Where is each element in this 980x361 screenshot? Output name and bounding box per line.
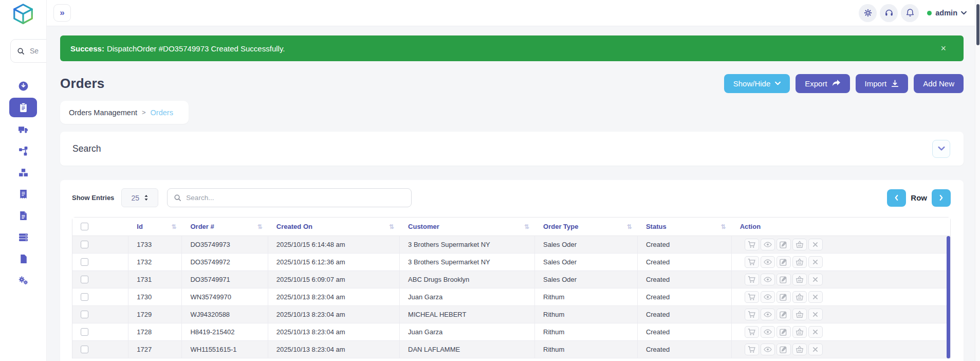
delete-button[interactable] xyxy=(808,344,823,355)
edit-icon xyxy=(780,258,787,266)
edit-button[interactable] xyxy=(776,326,791,338)
basket-button[interactable] xyxy=(792,274,807,285)
edit-button[interactable] xyxy=(776,344,791,355)
settings-button[interactable] xyxy=(859,4,877,22)
basket-button[interactable] xyxy=(792,344,807,355)
prev-row-button[interactable] xyxy=(887,189,906,207)
edit-button[interactable] xyxy=(776,309,791,320)
cell-order-type: Sales Oder xyxy=(535,236,638,253)
sort-icon[interactable]: ⇅ xyxy=(257,223,263,230)
sidebar-item-receipts[interactable] xyxy=(9,183,38,205)
header-id[interactable]: Id⇅ xyxy=(128,218,182,236)
entries-select[interactable]: 25 xyxy=(121,188,158,207)
sidebar-item-download-circle[interactable] xyxy=(9,75,38,97)
delete-button[interactable] xyxy=(808,326,823,338)
edit-button[interactable] xyxy=(776,274,791,285)
cart-icon xyxy=(748,346,756,353)
row-checkbox[interactable] xyxy=(81,241,88,248)
sidebar-item-data[interactable] xyxy=(9,226,38,248)
view-button[interactable] xyxy=(761,256,775,268)
cell-status: Created xyxy=(638,254,732,270)
basket-button[interactable] xyxy=(792,291,807,303)
header-customer[interactable]: Customer⇅ xyxy=(400,218,535,236)
sidebar-item-settings[interactable] xyxy=(9,269,38,291)
basket-button[interactable] xyxy=(792,256,807,268)
select-all-checkbox[interactable] xyxy=(81,223,88,230)
delete-x-icon xyxy=(812,294,818,300)
cart-button[interactable] xyxy=(745,274,759,285)
table-scrollbar[interactable] xyxy=(947,236,950,358)
row-checkbox[interactable] xyxy=(81,258,88,266)
row-checkbox[interactable] xyxy=(81,293,88,301)
user-menu[interactable]: admin xyxy=(927,9,967,17)
sort-icon[interactable]: ⇅ xyxy=(171,223,176,230)
cart-button[interactable] xyxy=(745,291,759,303)
breadcrumb-parent[interactable]: Orders Management xyxy=(69,109,137,117)
page-scrollbar[interactable] xyxy=(975,0,980,361)
edit-button[interactable] xyxy=(776,256,791,268)
cell-action xyxy=(732,236,950,253)
view-button[interactable] xyxy=(761,309,775,320)
view-button[interactable] xyxy=(761,344,775,355)
sidebar-expand-button[interactable]: » xyxy=(53,4,71,22)
next-row-button[interactable] xyxy=(932,189,951,207)
import-button[interactable]: Import xyxy=(856,74,909,93)
sidebar: Se xyxy=(0,0,47,361)
header-order[interactable]: Order #⇅ xyxy=(182,218,268,236)
row-checkbox[interactable] xyxy=(81,276,88,283)
edit-button[interactable] xyxy=(776,239,791,250)
sort-icon[interactable]: ⇅ xyxy=(627,223,632,230)
delete-button[interactable] xyxy=(808,274,823,285)
table-search-input[interactable] xyxy=(186,194,405,202)
row-checkbox[interactable] xyxy=(81,346,88,353)
cart-button[interactable] xyxy=(745,239,759,250)
header-created-on[interactable]: Created On⇅ xyxy=(268,218,400,236)
basket-button[interactable] xyxy=(792,309,807,320)
view-button[interactable] xyxy=(761,291,775,303)
cell-action xyxy=(732,288,950,305)
delete-button[interactable] xyxy=(808,291,823,303)
delete-button[interactable] xyxy=(808,256,823,268)
cart-button[interactable] xyxy=(745,309,759,320)
sort-icon[interactable]: ⇅ xyxy=(524,223,529,230)
basket-icon xyxy=(796,241,804,248)
page-scrollbar-thumb[interactable] xyxy=(976,4,979,45)
sidebar-item-orders[interactable] xyxy=(9,98,37,117)
sidebar-item-dispatch[interactable] xyxy=(9,118,38,140)
eye-icon xyxy=(764,277,772,282)
sidebar-item-inventory[interactable] xyxy=(9,161,38,183)
cart-button[interactable] xyxy=(745,344,759,355)
cart-button[interactable] xyxy=(745,326,759,338)
cart-button[interactable] xyxy=(745,256,759,268)
row-checkbox[interactable] xyxy=(81,311,88,318)
app-cube-logo[interactable] xyxy=(11,3,35,26)
view-button[interactable] xyxy=(761,326,775,338)
breadcrumb-current[interactable]: Orders xyxy=(151,109,173,117)
sidebar-item-network[interactable] xyxy=(9,140,38,161)
close-icon[interactable]: × xyxy=(940,44,946,53)
sidebar-item-files[interactable] xyxy=(9,248,38,269)
sidebar-search-input[interactable]: Se xyxy=(10,39,47,63)
export-button[interactable]: Export xyxy=(796,74,849,93)
sort-icon[interactable]: ⇅ xyxy=(389,223,394,230)
notifications-button[interactable] xyxy=(901,4,919,22)
search-collapse-button[interactable] xyxy=(932,140,950,158)
basket-button[interactable] xyxy=(792,239,807,250)
sidebar-item-documents[interactable] xyxy=(9,205,38,226)
header-status[interactable]: Status⇅ xyxy=(638,218,732,236)
show-hide-button[interactable]: Show/Hide xyxy=(724,74,790,93)
row-checkbox[interactable] xyxy=(81,328,88,336)
view-button[interactable] xyxy=(761,274,775,285)
breadcrumb-separator: > xyxy=(142,109,146,116)
edit-button[interactable] xyxy=(776,291,791,303)
support-button[interactable] xyxy=(880,4,898,22)
view-button[interactable] xyxy=(761,239,775,250)
chevron-right-icon xyxy=(939,194,944,201)
header-order-type[interactable]: Order Type⇅ xyxy=(535,218,638,236)
add-new-button[interactable]: Add New xyxy=(914,74,964,93)
header-action: Action xyxy=(732,218,950,236)
delete-button[interactable] xyxy=(808,309,823,320)
delete-button[interactable] xyxy=(808,239,823,250)
basket-button[interactable] xyxy=(792,326,807,338)
sort-icon[interactable]: ⇅ xyxy=(721,223,726,230)
